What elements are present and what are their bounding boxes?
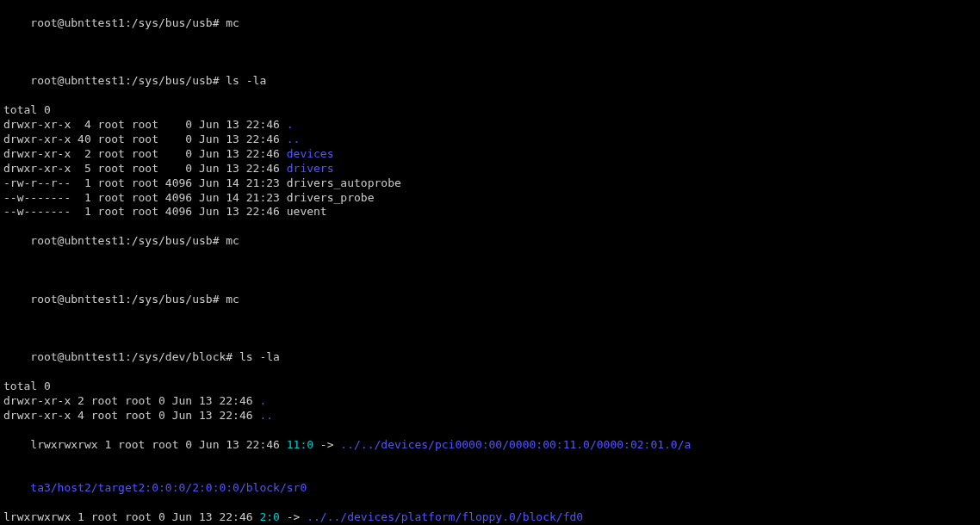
ls-entry: drwxr-xr-x 2 root root 0 Jun 13 22:46 de… [3, 147, 977, 162]
file-meta: drwxr-xr-x 40 root root 0 Jun 13 22:46 [3, 133, 287, 145]
shell-prompt: root@ubnttest1:/sys/bus/usb# [30, 74, 226, 87]
ls-entry: drwxr-xr-x 5 root root 0 Jun 13 22:46 dr… [3, 162, 977, 176]
file-name: uevent [287, 205, 327, 218]
file-name: devices [287, 147, 334, 160]
ls-entry: --w------- 1 root root 4096 Jun 14 21:23… [3, 191, 977, 206]
blank-line [3, 263, 977, 278]
shell-prompt: root@ubnttest1:/sys/bus/usb# [30, 234, 226, 247]
ls-symlink: lrwxrwxrwx 1 root root 0 Jun 13 22:46 11… [3, 423, 977, 467]
file-name: . [287, 118, 294, 131]
shell-prompt: root@ubnttest1:/sys/bus/usb# [30, 293, 226, 306]
ls-entry: drwxr-xr-x 2 root root 0 Jun 13 22:46 . [3, 394, 977, 409]
file-name: .. [259, 409, 273, 422]
shell-prompt: root@ubnttest1:/sys/dev/block# [30, 350, 239, 363]
prompt-line: root@ubnttest1:/sys/bus/usb# ls -la [3, 60, 977, 104]
file-meta: --w------- 1 root root 4096 Jun 13 22:46 [3, 205, 287, 218]
file-name: drivers_probe [287, 191, 375, 204]
ls-entry: drwxr-xr-x 40 root root 0 Jun 13 22:46 .… [3, 133, 977, 147]
file-meta: drwxr-xr-x 2 root root 0 Jun 13 22:46 [3, 394, 259, 407]
file-meta: drwxr-xr-x 4 root root 0 Jun 13 22:46 [3, 118, 287, 131]
total-line: total 0 [3, 103, 977, 118]
blank-line [3, 322, 977, 337]
symlink-target: ../../devices/pci0000:00/0000:00:11.0/00… [340, 438, 691, 451]
arrow: -> [313, 438, 340, 451]
prompt-line: root@ubnttest1:/sys/bus/usb# mc [3, 278, 977, 322]
blank-line [3, 46, 977, 60]
total-line: total 0 [3, 380, 977, 394]
ls-entry: drwxr-xr-x 4 root root 0 Jun 13 22:46 . [3, 118, 977, 133]
ls-entry: drwxr-xr-x 4 root root 0 Jun 13 22:46 .. [3, 409, 977, 423]
ls-symlink: lrwxrwxrwx 1 root root 0 Jun 13 22:46 2:… [3, 510, 977, 525]
file-name: drivers_autoprobe [287, 176, 401, 189]
arrow: -> [280, 510, 307, 523]
file-meta: lrwxrwxrwx 1 root root 0 Jun 13 22:46 [30, 438, 286, 451]
symlink-name: 11:0 [287, 438, 313, 451]
symlink-name: 2:0 [259, 510, 279, 523]
command-text: mc [226, 293, 239, 306]
file-meta: drwxr-xr-x 5 root root 0 Jun 13 22:46 [3, 162, 287, 175]
terminal[interactable]: root@ubnttest1:/sys/bus/usb# mc root@ubn… [0, 0, 980, 525]
prompt-line: root@ubnttest1:/sys/dev/block# ls -la [3, 336, 977, 380]
file-name: . [259, 394, 266, 407]
command-text: ls -la [226, 74, 266, 87]
file-meta: -rw-r--r-- 1 root root 4096 Jun 14 21:23 [3, 176, 287, 189]
symlink-target: ../../devices/platform/floppy.0/block/fd… [307, 510, 583, 523]
file-meta: --w------- 1 root root 4096 Jun 14 21:23 [3, 191, 287, 204]
shell-prompt: root@ubnttest1:/sys/bus/usb# [30, 16, 226, 29]
ls-symlink-wrap: ta3/host2/target2:0:0:0/2:0:0:0/block/sr… [3, 467, 977, 511]
symlink-target: ta3/host2/target2:0:0:0/2:0:0:0/block/sr… [30, 481, 307, 494]
file-meta: lrwxrwxrwx 1 root root 0 Jun 13 22:46 [3, 510, 259, 523]
file-meta: drwxr-xr-x 2 root root 0 Jun 13 22:46 [3, 147, 287, 160]
command-text: ls -la [239, 350, 280, 363]
file-name: drivers [287, 162, 334, 175]
command-text: mc [226, 16, 239, 29]
command-text: mc [226, 234, 239, 247]
prompt-line: root@ubnttest1:/sys/bus/usb# mc [3, 219, 977, 263]
file-meta: drwxr-xr-x 4 root root 0 Jun 13 22:46 [3, 409, 259, 422]
file-name: .. [287, 133, 301, 145]
ls-entry: -rw-r--r-- 1 root root 4096 Jun 14 21:23… [3, 176, 977, 191]
prompt-line: root@ubnttest1:/sys/bus/usb# mc [3, 2, 977, 46]
ls-entry: --w------- 1 root root 4096 Jun 13 22:46… [3, 205, 977, 219]
